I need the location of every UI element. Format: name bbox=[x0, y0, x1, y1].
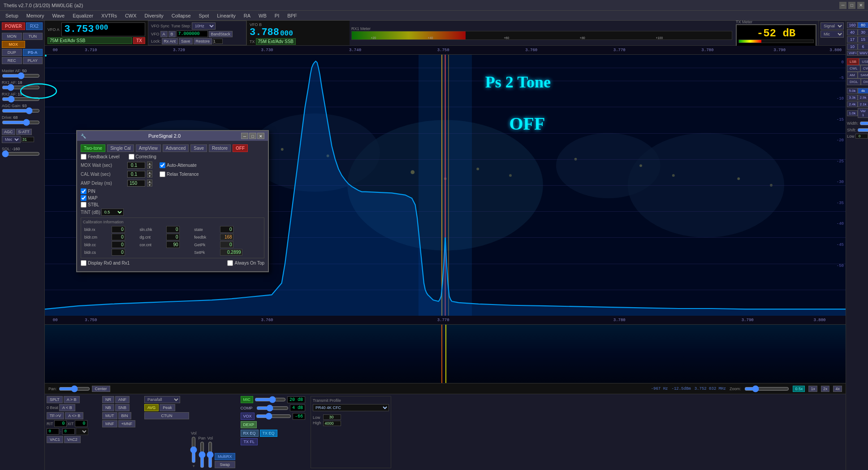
low-value-input[interactable] bbox=[323, 414, 341, 420]
display-rx-check[interactable]: Display Rx0 and Rx1 bbox=[81, 260, 130, 266]
set-pk-input[interactable] bbox=[220, 249, 242, 256]
auto-attenuate-check[interactable]: Auto-Attenuate bbox=[160, 162, 197, 168]
amp-delay-down[interactable]: ▼ bbox=[147, 183, 152, 187]
vox-button[interactable]: VOX bbox=[241, 413, 255, 420]
menu-linearity[interactable]: Linearity bbox=[213, 12, 239, 19]
filter-33k[interactable]: 3.3k bbox=[847, 95, 858, 100]
aab-button[interactable]: A > B bbox=[64, 396, 80, 403]
cor-cnt-input[interactable] bbox=[166, 241, 180, 248]
dup-button[interactable]: DUP bbox=[2, 49, 22, 56]
bin-button[interactable]: BIN bbox=[118, 412, 131, 419]
pin-check[interactable]: PIN bbox=[81, 188, 124, 194]
mox-wait-input[interactable] bbox=[127, 162, 145, 169]
correcting-checkbox[interactable] bbox=[129, 154, 134, 160]
mox-button[interactable]: MOX bbox=[2, 41, 25, 48]
splt-button[interactable]: SPLT bbox=[47, 396, 63, 403]
tfv-button[interactable]: TF->V bbox=[47, 412, 64, 419]
band-17[interactable]: 17 bbox=[847, 36, 858, 43]
vfo-b-btn[interactable]: B bbox=[168, 31, 176, 37]
rit-select[interactable] bbox=[76, 428, 88, 435]
auto-attenuate-checkbox[interactable] bbox=[160, 162, 165, 168]
dexp-button[interactable]: DEXP bbox=[241, 421, 257, 428]
menu-cwx[interactable]: CWX bbox=[121, 12, 140, 19]
sln-chk-input[interactable] bbox=[166, 226, 180, 233]
snb-button[interactable]: SNB bbox=[115, 404, 130, 411]
mox-wait-down[interactable]: ▼ bbox=[147, 165, 152, 169]
multirx-button[interactable]: MultiRX bbox=[215, 453, 235, 460]
waterfall-display[interactable] bbox=[45, 325, 846, 383]
swap-button[interactable]: Swap bbox=[215, 461, 235, 468]
map-check[interactable]: MAP bbox=[81, 195, 124, 201]
stbl-checkbox[interactable] bbox=[81, 202, 86, 208]
bab-button[interactable]: A < B bbox=[59, 404, 75, 411]
mic-select[interactable]: Mic bbox=[820, 30, 844, 38]
menu-wb[interactable]: WB bbox=[255, 12, 270, 19]
band-40[interactable]: 40 bbox=[847, 29, 858, 35]
rit-spin[interactable] bbox=[47, 428, 59, 435]
comp-slider[interactable] bbox=[256, 405, 289, 411]
map-checkbox[interactable] bbox=[81, 195, 86, 201]
vox-slider[interactable] bbox=[256, 413, 291, 419]
mode-digu[interactable]: DIGU bbox=[861, 78, 868, 85]
shift-slider[interactable] bbox=[857, 127, 868, 133]
menu-setup[interactable]: Setup bbox=[2, 12, 22, 19]
menu-xvtrs[interactable]: XVTRs bbox=[98, 12, 121, 19]
menu-wave[interactable]: Wave bbox=[48, 12, 68, 19]
mut-button[interactable]: MUT bbox=[102, 412, 117, 419]
mox-wait-up[interactable]: ▲ bbox=[147, 161, 152, 165]
cal-wait-input[interactable] bbox=[127, 171, 145, 178]
band-15[interactable]: 15 bbox=[858, 36, 868, 43]
maximize-button[interactable]: □ bbox=[848, 2, 855, 9]
rit-spin2[interactable] bbox=[62, 428, 75, 435]
feedback-level-check[interactable]: Feedback Level bbox=[81, 154, 120, 160]
ctun-button[interactable]: CTUN bbox=[144, 412, 189, 419]
nr-button[interactable]: NR bbox=[102, 396, 114, 403]
dg-cnt-input[interactable] bbox=[166, 234, 180, 240]
amp-delay-input[interactable] bbox=[127, 180, 145, 187]
menu-diversity[interactable]: Diversity bbox=[141, 12, 167, 19]
avg-button[interactable]: AVG bbox=[144, 404, 159, 411]
always-on-top-checkbox[interactable] bbox=[227, 260, 233, 266]
filter-21k[interactable]: 2.1k bbox=[858, 101, 868, 107]
center-button[interactable]: Center bbox=[92, 386, 110, 392]
rx-eq-button[interactable]: RX EQ bbox=[241, 430, 259, 437]
pan-slider2[interactable] bbox=[199, 441, 205, 468]
close-button[interactable]: ✕ bbox=[857, 2, 864, 9]
master-af-slider[interactable] bbox=[2, 73, 40, 78]
pin-checkbox[interactable] bbox=[81, 188, 86, 194]
agc-gain-slider[interactable] bbox=[2, 108, 40, 113]
mode-cwu[interactable]: CWU bbox=[860, 65, 868, 72]
state-input[interactable] bbox=[220, 226, 233, 233]
mode-usb[interactable]: USB bbox=[859, 58, 868, 65]
mon-button[interactable]: MON bbox=[2, 33, 22, 40]
band-80[interactable]: 80 bbox=[858, 22, 868, 28]
satt-button[interactable]: S-ATT bbox=[16, 129, 32, 135]
bldr-cm-input[interactable] bbox=[112, 234, 125, 240]
anf-button[interactable]: ANF bbox=[115, 396, 130, 403]
filter-var1[interactable]: Var 1 bbox=[858, 108, 868, 118]
filter-29k[interactable]: 2.9k bbox=[858, 95, 868, 100]
mode-lsb[interactable]: LSB bbox=[847, 58, 859, 65]
ampview-button[interactable]: AmpView bbox=[136, 144, 161, 152]
cal-wait-up[interactable]: ▲ bbox=[147, 170, 152, 174]
zoom-05x-btn[interactable]: 0.5x bbox=[793, 386, 805, 392]
satt-value-input[interactable] bbox=[22, 137, 34, 142]
tun-button[interactable]: TUN bbox=[23, 33, 43, 40]
zoom-slider[interactable] bbox=[744, 386, 789, 392]
band-wwv[interactable]: WWV bbox=[858, 51, 868, 56]
band-6[interactable]: 6 bbox=[858, 44, 868, 50]
correcting-check[interactable]: Correcting bbox=[129, 154, 156, 160]
rx2-af-slider[interactable] bbox=[2, 96, 40, 102]
mic-button[interactable]: MIC bbox=[241, 396, 254, 403]
high-value-input[interactable] bbox=[323, 421, 341, 426]
rx-ant-button[interactable]: Rx Ant bbox=[162, 38, 178, 44]
power-button[interactable]: POWER bbox=[2, 22, 25, 30]
mode-am[interactable]: AM bbox=[847, 72, 858, 78]
menu-pi[interactable]: PI bbox=[271, 12, 283, 19]
menu-bpf[interactable]: BPF bbox=[284, 12, 300, 19]
tint-select[interactable]: 0.51.01.5 bbox=[101, 209, 124, 216]
ps-restore-button[interactable]: Restore bbox=[209, 144, 231, 152]
menu-spot[interactable]: Spot bbox=[195, 12, 213, 19]
restore-button[interactable]: Restore bbox=[194, 38, 212, 44]
vac1-button[interactable]: VAC1 bbox=[47, 436, 63, 443]
